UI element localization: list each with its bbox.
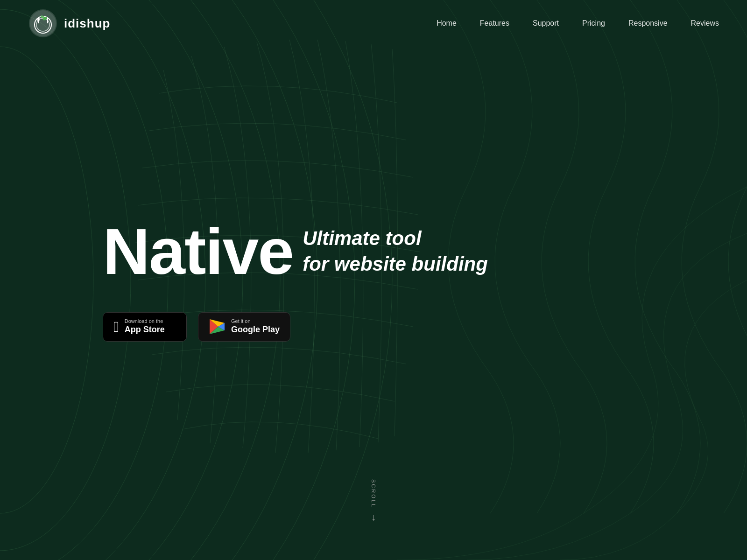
app-store-text: Download on the App Store [125,318,165,336]
nav-reviews[interactable]: Reviews [691,19,719,27]
hero-subtitle-line1: Ultimate tool [303,226,488,252]
app-store-small-text: Download on the [125,318,165,324]
scroll-arrow-icon: ↓ [371,512,376,523]
nav-pricing[interactable]: Pricing [582,19,605,27]
hero-section: Native Ultimate tool for website buildin… [0,0,747,560]
hero-subtitle: Ultimate tool for website building [303,226,488,277]
google-play-small-text: Get it on [231,318,280,324]
nav-features[interactable]: Features [480,19,509,27]
app-store-button[interactable]:  Download on the App Store [103,312,187,342]
svg-point-10 [30,10,56,36]
google-play-button[interactable]: Get it on Google Play [198,312,290,342]
brand-name: idishup [64,16,110,31]
google-play-text: Get it on Google Play [231,318,280,336]
navigation: idishup Home Features Support Pricing Re… [0,0,747,47]
google-play-large-text: Google Play [231,324,280,335]
scroll-label: SCROLL [371,479,376,508]
logo[interactable]: idishup [28,8,110,39]
app-store-large-text: App Store [125,324,165,335]
apple-icon:  [113,318,119,336]
logo-icon [28,8,58,39]
app-buttons:  Download on the App Store Get it on Go… [103,312,644,342]
nav-home[interactable]: Home [437,19,457,27]
nav-support[interactable]: Support [533,19,559,27]
hero-title: Native [103,219,293,284]
hero-subtitle-line2: for website building [303,252,488,277]
hero-headline: Native Ultimate tool for website buildin… [103,219,644,284]
nav-responsive[interactable]: Responsive [628,19,668,27]
nav-links: Home Features Support Pricing Responsive… [437,19,719,28]
google-play-icon [209,318,226,335]
scroll-indicator: SCROLL ↓ [371,479,376,523]
